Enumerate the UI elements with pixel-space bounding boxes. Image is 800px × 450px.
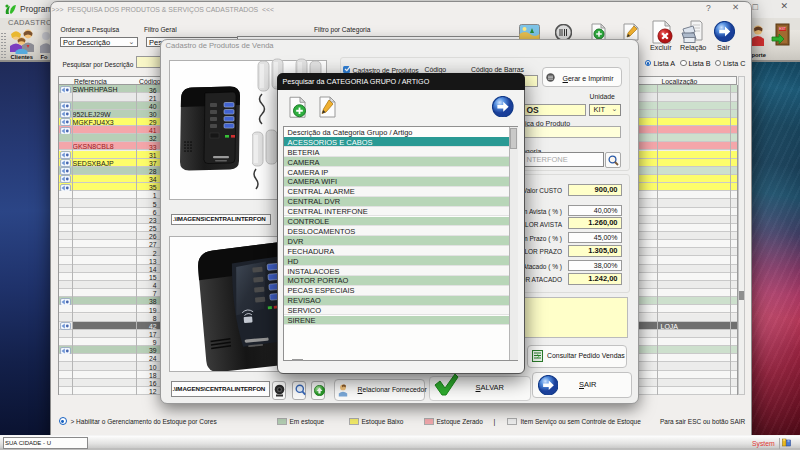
svg-text:EXIT: EXIT xyxy=(779,27,786,31)
